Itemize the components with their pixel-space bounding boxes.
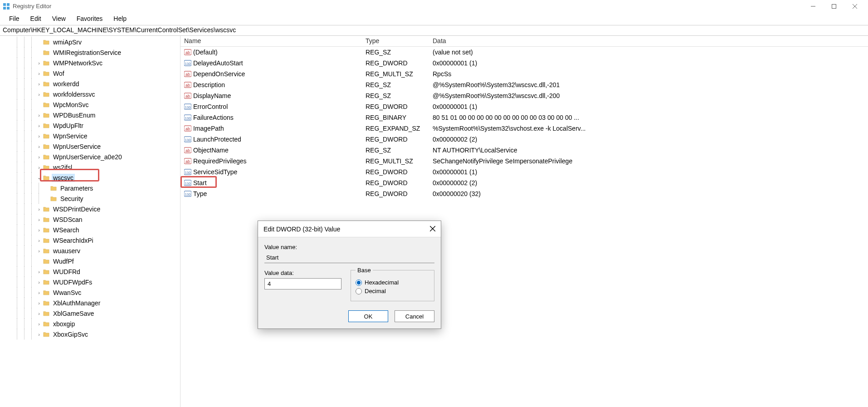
chevron-icon[interactable]: ›	[35, 133, 43, 139]
menu-view[interactable]: View	[47, 13, 71, 24]
close-button[interactable]	[844, 0, 865, 12]
chevron-icon[interactable]: ›	[35, 154, 43, 160]
tree-item-wscsvc[interactable]: ⌄wscsvc	[0, 172, 180, 183]
chevron-icon[interactable]: ›	[35, 81, 43, 87]
chevron-icon[interactable]: ⌄	[35, 175, 43, 181]
string-value-icon	[184, 92, 191, 99]
tree-item-parameters[interactable]: ›Parameters	[0, 183, 180, 193]
list-row[interactable]: DescriptionREG_SZ@%SystemRoot%\System32\…	[180, 79, 868, 90]
tree-item-wsearch[interactable]: ›WSearch	[0, 225, 180, 235]
ok-button[interactable]: OK	[348, 310, 388, 322]
minimize-button[interactable]	[803, 0, 824, 12]
folder-icon	[43, 269, 50, 275]
tree-pane[interactable]: ›wmiApSrv›WMIRegistrationService›WMPNetw…	[0, 36, 180, 407]
tree-item-wpdbusenum[interactable]: ›WPDBusEnum	[0, 110, 180, 120]
tree-item-wpdupfltr[interactable]: ›WpdUpFltr	[0, 120, 180, 131]
value-type: REG_MULTI_SZ	[362, 157, 429, 165]
radio-hex-input[interactable]	[356, 280, 362, 286]
list-row[interactable]: StartREG_DWORD0x00000002 (2)	[180, 177, 868, 188]
svg-rect-0	[3, 3, 6, 6]
list-row[interactable]: ObjectNameREG_SZNT AUTHORITY\LocalServic…	[180, 145, 868, 156]
radio-hex-label: Hexadecimal	[365, 279, 399, 286]
tree-item-xboxgipsvc[interactable]: ›XboxGipSvc	[0, 329, 180, 339]
tree-item-wsdprintdevice[interactable]: ›WSDPrintDevice	[0, 204, 180, 214]
chevron-icon[interactable]: ›	[35, 206, 43, 212]
tree-item-xblgamesave[interactable]: ›XblGameSave	[0, 308, 180, 319]
menu-help[interactable]: Help	[108, 13, 132, 24]
chevron-icon[interactable]: ›	[35, 248, 43, 254]
radio-dec-input[interactable]	[356, 288, 362, 294]
menu-edit[interactable]: Edit	[25, 13, 47, 24]
tree-item-xblauthmanager[interactable]: ›XblAuthManager	[0, 298, 180, 308]
dialog-close-button[interactable]	[421, 226, 435, 233]
menu-file[interactable]: File	[4, 13, 25, 24]
value-name: LaunchProtected	[193, 136, 241, 143]
chevron-icon[interactable]: ›	[35, 92, 43, 97]
chevron-icon[interactable]: ›	[35, 71, 43, 76]
tree-item-wpnuserservice[interactable]: ›WpnUserService	[0, 141, 180, 152]
chevron-icon[interactable]: ›	[35, 269, 43, 275]
list-row[interactable]: LaunchProtectedREG_DWORD0x00000002 (2)	[180, 134, 868, 145]
value-name: (Default)	[193, 49, 218, 56]
folder-icon	[43, 39, 50, 45]
list-row[interactable]: ErrorControlREG_DWORD0x00000001 (1)	[180, 101, 868, 112]
col-name[interactable]: Name	[180, 36, 362, 46]
value-type: REG_DWORD	[362, 59, 429, 67]
tree-item-workerdd[interactable]: ›workerdd	[0, 78, 180, 89]
value-data-field[interactable]	[264, 278, 341, 289]
list-row[interactable]: (Default)REG_SZ(value not set)	[180, 47, 868, 58]
chevron-icon[interactable]: ›	[35, 217, 43, 222]
chevron-icon[interactable]: ›	[35, 300, 43, 306]
col-data[interactable]: Data	[429, 36, 868, 46]
chevron-icon[interactable]: ›	[35, 165, 43, 170]
tree-item-wwansvc[interactable]: ›WwanSvc	[0, 287, 180, 298]
chevron-icon[interactable]: ›	[35, 144, 43, 149]
radio-hex[interactable]: Hexadecimal	[356, 279, 429, 286]
list-row[interactable]: DisplayNameREG_SZ@%SystemRoot%\System32\…	[180, 90, 868, 101]
maximize-button[interactable]	[824, 0, 844, 12]
list-row[interactable]: TypeREG_DWORD0x00000020 (32)	[180, 188, 868, 199]
tree-item-wsdscan[interactable]: ›WSDScan	[0, 214, 180, 225]
tree-item-wmiregistrationservice[interactable]: ›WMIRegistrationService	[0, 47, 180, 58]
list-row[interactable]: DependOnServiceREG_MULTI_SZRpcSs	[180, 69, 868, 79]
list-row[interactable]: DelayedAutoStartREG_DWORD0x00000001 (1)	[180, 58, 868, 69]
tree-item-workfolderssvc[interactable]: ›workfolderssvc	[0, 89, 180, 99]
tree-item-security[interactable]: ›Security	[0, 193, 180, 204]
tree-item-label: WSDPrintDevice	[52, 205, 102, 213]
tree-item-wof[interactable]: ›Wof	[0, 68, 180, 78]
chevron-icon[interactable]: ›	[35, 280, 43, 285]
chevron-icon[interactable]: ›	[35, 290, 43, 295]
col-type[interactable]: Type	[362, 36, 429, 46]
tree-item-wuauserv[interactable]: ›wuauserv	[0, 245, 180, 256]
cancel-button[interactable]: Cancel	[395, 310, 434, 322]
list-row[interactable]: ServiceSidTypeREG_DWORD0x00000001 (1)	[180, 167, 868, 177]
address-bar[interactable]: Computer\HKEY_LOCAL_MACHINE\SYSTEM\Curre…	[0, 25, 868, 36]
tree-item-ws2ifsl[interactable]: ›ws2ifsl	[0, 162, 180, 172]
chevron-icon[interactable]: ›	[35, 321, 43, 327]
value-type: REG_DWORD	[362, 168, 429, 176]
tree-item-wudfrd[interactable]: ›WUDFRd	[0, 266, 180, 277]
list-row[interactable]: ImagePathREG_EXPAND_SZ%SystemRoot%\Syste…	[180, 123, 868, 134]
tree-item-wudfwpdfs[interactable]: ›WUDFWpdFs	[0, 277, 180, 287]
chevron-icon[interactable]: ›	[35, 60, 43, 66]
menu-favorites[interactable]: Favorites	[71, 13, 108, 24]
chevron-icon[interactable]: ›	[35, 113, 43, 118]
tree-item-wudfpf[interactable]: ›WudfPf	[0, 256, 180, 266]
chevron-icon[interactable]: ›	[35, 332, 43, 337]
tree-item-wmiapsrv[interactable]: ›wmiApSrv	[0, 37, 180, 47]
tree-item-wpcmonsvc[interactable]: ›WpcMonSvc	[0, 99, 180, 110]
folder-icon	[43, 143, 50, 150]
radio-dec[interactable]: Decimal	[356, 288, 429, 294]
chevron-icon[interactable]: ›	[35, 311, 43, 316]
list-row[interactable]: FailureActionsREG_BINARY80 51 01 00 00 0…	[180, 112, 868, 123]
tree-item-wpnservice[interactable]: ›WpnService	[0, 131, 180, 141]
chevron-icon[interactable]: ›	[35, 238, 43, 243]
chevron-icon[interactable]: ›	[35, 123, 43, 128]
tree-item-xboxgip[interactable]: ›xboxgip	[0, 319, 180, 329]
list-row[interactable]: RequiredPrivilegesREG_MULTI_SZSeChangeNo…	[180, 156, 868, 167]
tree-item-wsearchidxpi[interactable]: ›WSearchIdxPi	[0, 235, 180, 245]
value-type: REG_SZ	[362, 48, 429, 56]
tree-item-wmpnetworksvc[interactable]: ›WMPNetworkSvc	[0, 58, 180, 68]
chevron-icon[interactable]: ›	[35, 227, 43, 233]
tree-item-wpnuserservice_a0e20[interactable]: ›WpnUserService_a0e20	[0, 152, 180, 162]
